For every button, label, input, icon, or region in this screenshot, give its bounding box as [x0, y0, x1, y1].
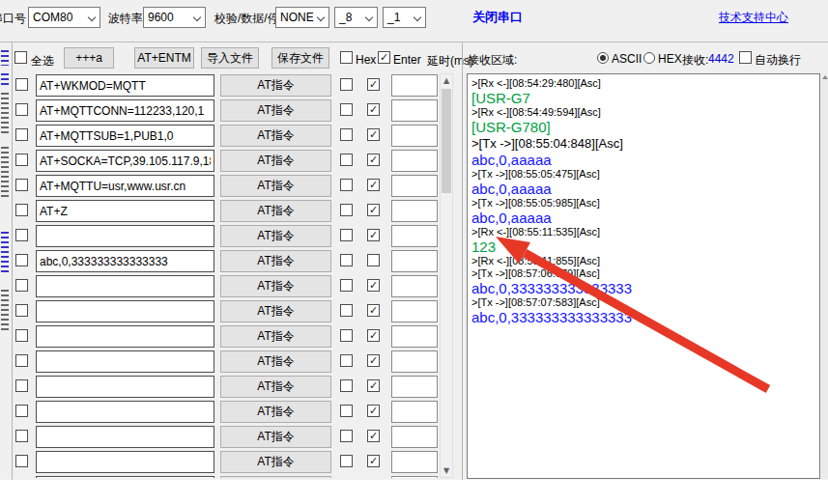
toolbar-hex-checkbox[interactable]: [340, 51, 353, 64]
command-input[interactable]: [36, 99, 214, 122]
row-select-checkbox[interactable]: [15, 128, 28, 141]
scroll-up-icon[interactable]: ▲: [441, 74, 452, 87]
row-select-checkbox[interactable]: [15, 455, 28, 467]
row-enter-checkbox[interactable]: [367, 430, 380, 442]
import-file-button[interactable]: 导入文件: [201, 47, 259, 69]
send-at-command-button[interactable]: AT指令: [220, 376, 331, 398]
command-input[interactable]: [36, 175, 214, 197]
toolbar-enter-checkbox[interactable]: [378, 51, 390, 64]
row-enter-checkbox[interactable]: [367, 204, 380, 216]
row-enter-checkbox[interactable]: [367, 128, 380, 141]
row-hex-checkbox[interactable]: [340, 279, 353, 292]
ascii-radio[interactable]: [597, 52, 609, 64]
send-at-command-button[interactable]: AT指令: [220, 150, 331, 172]
row-hex-checkbox[interactable]: [340, 229, 353, 241]
save-file-button[interactable]: 保存文件: [271, 47, 329, 69]
row-hex-checkbox[interactable]: [340, 204, 353, 216]
row-hex-checkbox[interactable]: [340, 78, 353, 91]
row-select-checkbox[interactable]: [15, 179, 28, 191]
row-select-checkbox[interactable]: [15, 229, 28, 241]
command-input[interactable]: [36, 275, 214, 297]
row-delay-input[interactable]: [391, 275, 438, 297]
row-delay-input[interactable]: [391, 99, 438, 122]
stopbits-select[interactable]: _1: [383, 7, 426, 28]
receive-scrollbar[interactable]: [821, 73, 828, 479]
row-enter-checkbox[interactable]: [367, 179, 380, 191]
hex-radio[interactable]: [643, 52, 655, 64]
row-hex-checkbox[interactable]: [340, 179, 353, 191]
row-delay-input[interactable]: [391, 200, 438, 222]
command-input[interactable]: [36, 426, 214, 448]
row-enter-checkbox[interactable]: [367, 154, 380, 166]
row-delay-input[interactable]: [391, 401, 438, 423]
row-select-checkbox[interactable]: [15, 154, 28, 166]
row-select-checkbox[interactable]: [15, 329, 28, 342]
row-hex-checkbox[interactable]: [340, 154, 353, 166]
row-hex-checkbox[interactable]: [340, 354, 353, 367]
send-at-command-button[interactable]: AT指令: [220, 451, 331, 473]
send-at-command-button[interactable]: AT指令: [220, 175, 331, 197]
row-hex-checkbox[interactable]: [340, 128, 353, 141]
support-center-link[interactable]: 技术支持中心: [719, 10, 788, 26]
row-select-checkbox[interactable]: [15, 78, 28, 91]
command-input[interactable]: [36, 401, 214, 423]
row-enter-checkbox[interactable]: [367, 279, 380, 292]
row-hex-checkbox[interactable]: [340, 103, 353, 116]
command-input[interactable]: [36, 150, 214, 172]
row-delay-input[interactable]: [391, 225, 438, 247]
auto-wrap-checkbox[interactable]: [739, 51, 752, 64]
command-input[interactable]: [36, 300, 214, 322]
row-enter-checkbox[interactable]: [367, 329, 380, 342]
scrollbar-thumb[interactable]: [442, 89, 451, 193]
command-input[interactable]: [36, 350, 214, 373]
send-at-command-button[interactable]: AT指令: [220, 99, 331, 122]
row-select-checkbox[interactable]: [15, 103, 28, 116]
row-delay-input[interactable]: [391, 451, 438, 473]
receive-log-area[interactable]: >[Rx <-][08:54:29:480][Asc][USR-G7>[Rx <…: [467, 73, 820, 479]
row-select-checkbox[interactable]: [15, 254, 28, 266]
send-at-command-button[interactable]: AT指令: [220, 200, 331, 222]
row-delay-input[interactable]: [391, 376, 438, 398]
command-input[interactable]: [36, 476, 214, 478]
send-at-command-button[interactable]: AT指令: [220, 325, 331, 348]
send-at-command-button[interactable]: AT指令: [220, 275, 331, 297]
row-enter-checkbox[interactable]: [367, 379, 380, 392]
row-select-checkbox[interactable]: [15, 379, 28, 392]
command-input[interactable]: [36, 200, 214, 222]
row-enter-checkbox[interactable]: [367, 254, 380, 266]
databits-select[interactable]: _8: [334, 7, 378, 28]
command-input[interactable]: [36, 376, 214, 398]
row-enter-checkbox[interactable]: [367, 354, 380, 367]
row-enter-checkbox[interactable]: [367, 103, 380, 116]
send-at-command-button[interactable]: AT指令: [220, 300, 331, 322]
command-input[interactable]: [36, 451, 214, 473]
send-at-command-button[interactable]: AT指令: [220, 225, 331, 247]
scroll-down-icon[interactable]: ▼: [441, 464, 452, 477]
send-at-command-button[interactable]: AT指令: [220, 476, 331, 478]
row-delay-input[interactable]: [391, 74, 438, 97]
baud-select[interactable]: 9600: [143, 7, 206, 28]
send-at-command-button[interactable]: AT指令: [220, 350, 331, 373]
row-delay-input[interactable]: [391, 250, 438, 272]
command-input[interactable]: [36, 250, 214, 272]
send-at-command-button[interactable]: AT指令: [220, 74, 331, 97]
row-delay-input[interactable]: [391, 325, 438, 348]
command-input[interactable]: [36, 125, 214, 147]
command-list-scrollbar[interactable]: ▲ ▼: [440, 73, 453, 478]
row-select-checkbox[interactable]: [15, 430, 28, 442]
row-delay-input[interactable]: [391, 175, 438, 197]
send-at-command-button[interactable]: AT指令: [220, 401, 331, 423]
row-hex-checkbox[interactable]: [340, 405, 353, 417]
plus-a-button[interactable]: +++a: [64, 47, 114, 69]
row-hex-checkbox[interactable]: [340, 304, 353, 317]
row-enter-checkbox[interactable]: [367, 78, 380, 91]
row-enter-checkbox[interactable]: [367, 455, 380, 467]
row-select-checkbox[interactable]: [15, 279, 28, 292]
command-input[interactable]: [36, 325, 214, 348]
row-enter-checkbox[interactable]: [367, 304, 380, 317]
row-hex-checkbox[interactable]: [340, 455, 353, 467]
row-delay-input[interactable]: [391, 350, 438, 373]
send-at-command-button[interactable]: AT指令: [220, 125, 331, 147]
row-delay-input[interactable]: [391, 125, 438, 147]
close-serial-button[interactable]: 关闭串口: [472, 9, 523, 26]
